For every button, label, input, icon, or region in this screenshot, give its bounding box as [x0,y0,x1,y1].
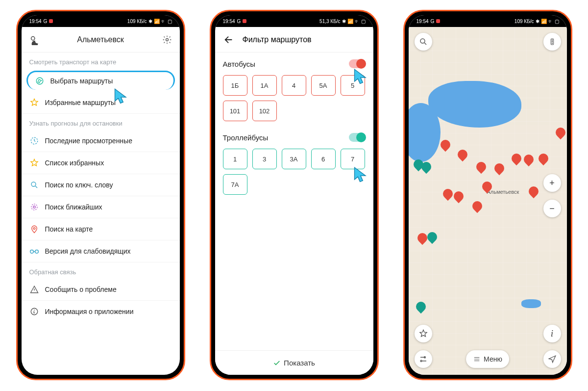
vehicle-pin-bus[interactable] [524,155,534,167]
search-icon [29,180,39,190]
bluetooth-icon: ✱ [342,19,346,24]
vehicle-pin-bus[interactable] [476,162,486,175]
battery-icon: ▢ [555,19,559,24]
vehicle-pin-bus[interactable] [539,154,548,166]
zoom-in-button[interactable]: + [543,174,561,192]
route-chip-bus[interactable]: 4 [282,75,306,96]
toggle-bus[interactable] [349,59,366,68]
bluetooth-icon: ✱ [148,19,152,24]
phone-1: 19:54 G 109 КБ/с ✱ 📶 ᯤ ▢ Альметьевск Смо… [16,10,185,380]
zoom-out-button[interactable]: − [543,200,561,217]
route-chip-bus[interactable]: 5А [311,75,336,96]
svg-point-4 [31,182,36,186]
signal-icon: 📶 [541,19,547,24]
map-pin-icon [29,224,39,234]
menu-map-button[interactable]: Меню [466,350,509,368]
svg-point-15 [552,43,552,44]
history-icon [29,136,39,146]
menu-favorite-routes[interactable]: Избранные маршруты [22,92,180,114]
route-chip-bus[interactable]: 1Б [223,75,247,96]
vehicle-pin-trolley[interactable] [421,162,431,175]
svg-point-9 [35,250,38,254]
svg-point-13 [552,40,552,40]
map-layers-button[interactable] [543,33,561,51]
vehicle-pin-bus[interactable] [458,150,467,162]
glasses-icon [29,246,39,256]
menu-report[interactable]: Сообщить о проблеме [22,279,180,301]
map-search-button[interactable] [415,33,432,51]
battery-icon: ▢ [361,19,366,24]
info-map-button[interactable]: i [543,325,561,342]
vehicle-pin-bus[interactable] [494,163,504,176]
menu-search-map[interactable]: Поиск на карте [22,218,180,240]
menu-fav-list[interactable]: Список избранных [22,152,180,174]
vehicle-pin-bus[interactable] [512,154,521,166]
vehicle-pin-trolley[interactable] [427,232,437,245]
menu-fav-list-label: Список избранных [45,159,104,167]
status-bar: 19:54 G 51,3 КБ/с ✱ 📶 ᯤ ▢ [215,15,373,27]
route-chip-trolley[interactable]: 7А [223,174,247,195]
warning-icon [29,285,39,294]
theme-toggle-icon[interactable] [27,33,41,47]
route-chip-bus[interactable]: 5 [341,75,365,96]
wifi-icon: ᯤ [548,19,553,24]
back-button[interactable] [222,33,236,47]
vehicle-pin-bus[interactable] [556,128,565,140]
menu-recent[interactable]: Последние просмотренные [22,130,180,152]
phone-2: 19:54 G 51,3 КБ/с ✱ 📶 ᯤ ▢ Фильтр маршрут… [210,10,379,380]
map-canvas[interactable]: Альметьевск [409,27,567,375]
filter-map-button[interactable] [415,350,432,368]
show-button-label: Показать [284,359,315,367]
vehicle-pin-bus[interactable] [443,189,453,202]
menu-search-nearby[interactable]: Поиск ближайших [22,196,180,218]
menu-select-routes-label: Выбрать маршруты [50,77,113,85]
filter-title: Фильтр маршрутов [243,35,312,44]
filter-header: Фильтр маршрутов [215,27,373,52]
menu-about[interactable]: Информация о приложении [22,301,180,322]
star-icon [29,98,39,107]
route-chip-trolley[interactable]: 3А [282,149,306,169]
route-chip-bus[interactable]: 1А [252,75,277,96]
vehicle-pin-bus[interactable] [472,201,482,214]
status-net: G [44,19,48,24]
trolley-routes-grid: 133А677А [215,146,373,200]
info-icon [29,307,39,316]
favorites-map-button[interactable] [415,325,432,342]
vehicle-pin-trolley[interactable] [416,302,426,314]
group-bus-header: Автобусы [215,52,373,72]
route-chip-trolley[interactable]: 3 [252,149,277,169]
svg-point-1 [166,38,168,41]
route-chip-bus[interactable]: 102 [252,101,277,121]
svg-point-8 [30,250,33,254]
vehicle-pin-bus[interactable] [454,191,464,204]
toggle-trolley[interactable] [349,133,366,142]
wifi-icon: ᯤ [355,19,360,24]
svg-point-14 [552,41,552,42]
route-chip-bus[interactable]: 101 [223,101,247,121]
status-time: 19:54 [223,19,235,24]
menu-low-vision[interactable]: Версия для слабовидящих [22,240,180,262]
menu-select-routes[interactable]: Выбрать маршруты [26,71,175,90]
vehicle-pin-bus[interactable] [529,186,539,199]
route-chip-trolley[interactable]: 6 [311,149,336,169]
route-map-icon [35,76,45,86]
vehicle-pin-bus[interactable] [482,182,492,194]
group-trolley-header: Троллейбусы [215,126,373,146]
menu-about-label: Информация о приложении [45,308,134,315]
status-net: G [237,19,241,24]
locate-map-button[interactable] [543,350,561,368]
screen-2: 19:54 G 51,3 КБ/с ✱ 📶 ᯤ ▢ Фильтр маршрут… [215,15,373,375]
menu-low-vision-label: Версия для слабовидящих [45,247,131,255]
show-button[interactable]: Показать [215,350,373,375]
menu-search-keyword[interactable]: Поиск по ключ. слову [22,174,180,196]
svg-point-10 [31,308,38,315]
wifi-icon: ᯤ [161,19,166,24]
settings-button[interactable] [160,33,174,47]
water-body [521,299,541,308]
vehicle-pin-bus[interactable] [417,233,427,246]
svg-point-5 [33,206,35,209]
route-chip-trolley[interactable]: 1 [223,149,247,169]
menu-recent-label: Последние просмотренные [45,137,132,145]
route-chip-trolley[interactable]: 7 [341,149,365,169]
vehicle-pin-bus[interactable] [441,140,450,153]
